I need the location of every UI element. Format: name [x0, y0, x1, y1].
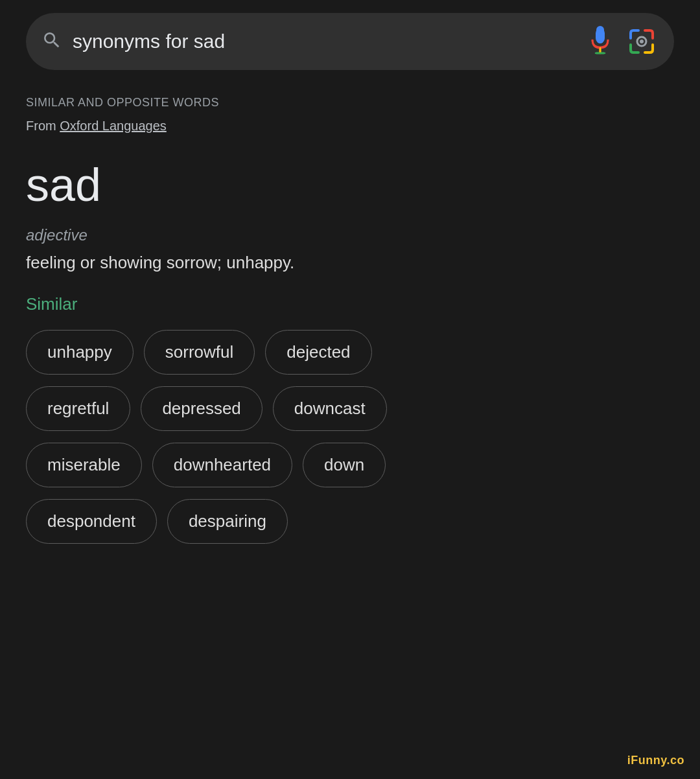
- chips-row-2: miserable downhearted down: [26, 443, 674, 487]
- source-prefix: From: [26, 119, 56, 133]
- chip-despondent[interactable]: despondent: [26, 499, 157, 544]
- lens-search-button[interactable]: [625, 25, 659, 58]
- chip-regretful[interactable]: regretful: [26, 386, 130, 431]
- section-heading: SIMILAR AND OPPOSITE WORDS: [26, 96, 674, 110]
- chips-row-0: unhappy sorrowful dejected: [26, 330, 674, 375]
- source-link[interactable]: Oxford Languages: [60, 119, 167, 133]
- word-title: sad: [26, 159, 674, 211]
- voice-search-button[interactable]: [586, 27, 614, 56]
- chip-downhearted[interactable]: downhearted: [152, 443, 292, 487]
- chip-depressed[interactable]: depressed: [141, 386, 262, 431]
- search-bar[interactable]: synonyms for sad: [26, 13, 674, 70]
- word-definition: feeling or showing sorrow; unhappy.: [26, 251, 674, 274]
- similar-label: Similar: [26, 294, 674, 314]
- chip-unhappy[interactable]: unhappy: [26, 330, 134, 375]
- chips-row-3: despondent despairing: [26, 499, 674, 544]
- word-pos: adjective: [26, 226, 674, 244]
- search-icon: [41, 30, 62, 54]
- synonyms-grid: unhappy sorrowful dejected regretful dep…: [26, 330, 674, 544]
- chip-miserable[interactable]: miserable: [26, 443, 142, 487]
- watermark: iFunny.co: [627, 754, 684, 767]
- chips-row-1: regretful depressed downcast: [26, 386, 674, 431]
- chip-dejected[interactable]: dejected: [265, 330, 371, 375]
- source-line: From Oxford Languages: [26, 119, 674, 134]
- chip-despairing[interactable]: despairing: [167, 499, 288, 544]
- chip-down[interactable]: down: [303, 443, 386, 487]
- svg-point-7: [640, 40, 644, 43]
- search-query: synonyms for sad: [73, 30, 576, 52]
- chip-sorrowful[interactable]: sorrowful: [144, 330, 255, 375]
- svg-rect-3: [596, 29, 605, 43]
- chip-downcast[interactable]: downcast: [273, 386, 387, 431]
